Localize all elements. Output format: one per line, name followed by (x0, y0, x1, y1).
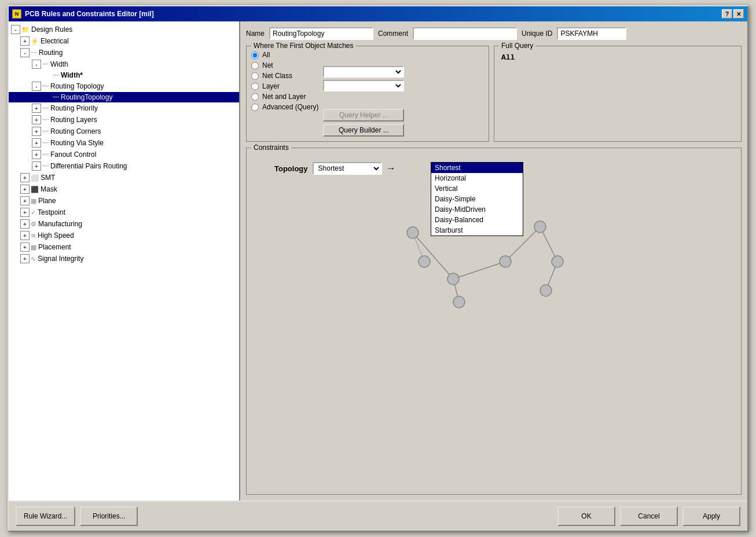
apply-button[interactable]: Apply (682, 506, 740, 526)
label-width-star: Width* (61, 71, 83, 79)
svg-point-8 (447, 273, 459, 285)
topology-row: Topology Shortest Horizontal Vertical Da… (274, 162, 736, 175)
tree-item-routing-layers[interactable]: + 〰 Routing Layers (9, 114, 239, 126)
expander-differential-pairs[interactable]: + (32, 161, 41, 171)
right-panel: Name Comment Unique ID Where The First O… (240, 21, 747, 501)
radio-layer[interactable] (251, 83, 259, 90)
tree-item-signal-integrity[interactable]: + ∿ Signal Integrity (9, 253, 239, 264)
cancel-button[interactable]: Cancel (620, 506, 678, 526)
radio-row-advanced: Advanced (Query) (251, 103, 318, 111)
query-helper-button[interactable]: Query Helper ... (323, 109, 404, 122)
radio-net[interactable] (251, 62, 259, 69)
expander-electrical[interactable]: + (20, 36, 30, 46)
tree-item-routing-topology-item[interactable]: 〰 RoutingTopology (9, 92, 239, 102)
net-dropdown[interactable] (323, 66, 404, 78)
arrow-icon: → (387, 163, 396, 174)
radio-net-class[interactable] (251, 72, 259, 80)
label-width: Width (50, 60, 68, 68)
label-manufacturing: Manufacturing (38, 220, 82, 228)
help-button[interactable]: ? (722, 9, 732, 19)
uid-input[interactable] (557, 27, 626, 40)
topology-option-starburst[interactable]: Starburst (431, 225, 523, 236)
tree-item-placement[interactable]: + ▦ Placement (9, 241, 239, 253)
label-mask: Mask (41, 185, 57, 193)
label-fanout-control: Fanout Control (50, 150, 96, 159)
expander-fanout-control[interactable]: + (32, 150, 41, 159)
tree-item-mask[interactable]: + ⬛ Mask (9, 183, 239, 195)
expander-high-speed[interactable]: + (20, 231, 30, 240)
radio-label-layer: Layer (262, 82, 280, 90)
tree-item-routing[interactable]: - 〰 Routing (9, 47, 239, 58)
tree-item-width[interactable]: - 〰 Width (9, 58, 239, 70)
net-class-dropdown[interactable] (323, 80, 404, 91)
expander-width[interactable]: - (32, 60, 41, 69)
where-inner: All Net Net Class (251, 51, 484, 137)
tree-item-width-star[interactable]: 〰 Width* (9, 70, 239, 80)
topology-select[interactable]: Shortest Horizontal Vertical Daisy-Simpl… (313, 162, 382, 175)
expander-signal-integrity[interactable]: + (20, 254, 30, 263)
expander-manufacturing[interactable]: + (20, 219, 30, 229)
topology-option-daisy-balanced[interactable]: Daisy-Balanced (431, 215, 523, 225)
name-input[interactable] (269, 27, 373, 40)
close-button[interactable]: ✕ (733, 9, 744, 19)
tree-item-routing-via-style[interactable]: + 〰 Routing Via Style (9, 137, 239, 149)
expander-routing-priority[interactable]: + (32, 104, 41, 113)
label-routing: Routing (39, 49, 63, 57)
bottom-bar: Rule Wizard... Priorities... OK Cancel A… (9, 501, 747, 531)
tree-item-high-speed[interactable]: + ≋ High Speed (9, 230, 239, 241)
app-icon: N (12, 9, 21, 19)
topology-option-vertical[interactable]: Vertical (431, 183, 523, 194)
tree-item-manufacturing[interactable]: + ⚙ Manufacturing (9, 218, 239, 230)
label-testpoint: Testpoint (38, 208, 65, 216)
priorities-button[interactable]: Priorities... (80, 506, 138, 526)
expander-routing-layers[interactable]: + (32, 115, 41, 124)
label-routing-corners: Routing Corners (50, 127, 101, 135)
svg-point-14 (540, 285, 552, 296)
expander-routing-topology[interactable]: - (32, 82, 41, 91)
expander-testpoint[interactable]: + (20, 208, 30, 217)
expander-routing-via-style[interactable]: + (32, 138, 41, 148)
expander-routing-corners[interactable]: + (32, 127, 41, 136)
expander-smt[interactable]: + (20, 173, 30, 182)
radio-label-advanced: Advanced (Query) (262, 103, 318, 111)
topology-option-daisy-simple[interactable]: Daisy-Simple (431, 194, 523, 204)
tree-item-testpoint[interactable]: + ✓ Testpoint (9, 207, 239, 218)
tree-item-fanout-control[interactable]: + 〰 Fanout Control (9, 149, 239, 160)
expander-design-rules[interactable]: - (11, 25, 20, 34)
radio-all[interactable] (251, 52, 259, 59)
query-builder-button[interactable]: Query Builder ... (323, 124, 404, 137)
expander-routing[interactable]: - (20, 48, 30, 57)
expander-plane[interactable]: + (20, 196, 30, 205)
ok-button[interactable]: OK (557, 506, 615, 526)
where-matches-title: Where The First Object Matches (251, 42, 356, 50)
comment-label: Comment (378, 30, 408, 38)
tree-item-smt[interactable]: + ⬜ SMT (9, 172, 239, 183)
radio-advanced[interactable] (251, 104, 259, 111)
topology-option-shortest[interactable]: Shortest (431, 163, 523, 173)
tree-item-design-rules[interactable]: - 📁 Design Rules (9, 24, 239, 35)
expander-mask[interactable]: + (20, 185, 30, 194)
radio-row-net-and-layer: Net and Layer (251, 93, 318, 101)
tree-item-differential-pairs[interactable]: + 〰 Differential Pairs Routing (9, 160, 239, 172)
tree-item-routing-topology[interactable]: - 〰 Routing Topology (9, 80, 239, 92)
topology-option-horizontal[interactable]: Horizontal (431, 173, 523, 183)
topology-option-daisy-middriven[interactable]: Daisy-MidDriven (431, 204, 523, 215)
tree-item-routing-corners[interactable]: + 〰 Routing Corners (9, 126, 239, 137)
title-bar: N PCB Rules and Constraints Editor [mil]… (9, 6, 747, 21)
label-signal-integrity: Signal Integrity (38, 255, 83, 263)
tree-item-plane[interactable]: + ▦ Plane (9, 195, 239, 207)
radio-label-all: All (262, 51, 270, 59)
label-routing-topology: Routing Topology (50, 82, 104, 90)
constraints-title: Constraints (251, 144, 291, 152)
name-label: Name (246, 30, 265, 38)
tree-item-routing-priority[interactable]: + 〰 Routing Priority (9, 102, 239, 114)
radio-label-net-class: Net Class (262, 72, 292, 80)
tree-item-electrical[interactable]: + ⚡ Electrical (9, 35, 239, 47)
spacer-1 (323, 51, 404, 64)
comment-input[interactable] (413, 27, 517, 40)
rule-wizard-button[interactable]: Rule Wizard... (16, 506, 75, 526)
radio-net-and-layer[interactable] (251, 93, 259, 101)
expander-placement[interactable]: + (20, 242, 30, 252)
label-design-rules: Design Rules (31, 25, 72, 34)
full-query-text: All (499, 51, 736, 64)
